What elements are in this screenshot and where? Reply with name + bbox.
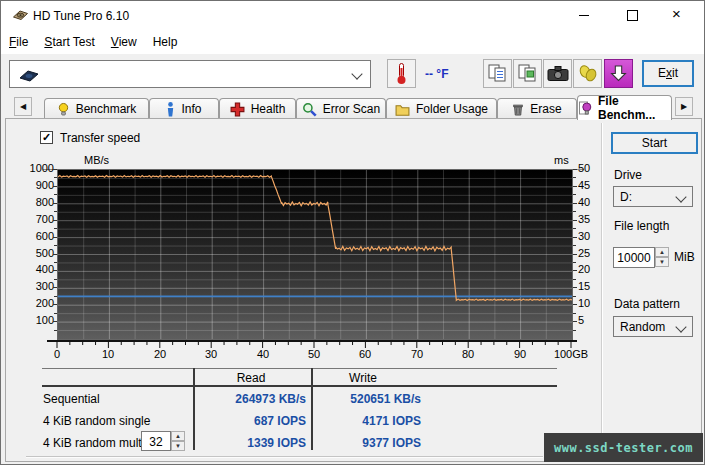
tab-label: Info <box>181 102 201 116</box>
x-axis-tick-label: 0 <box>35 348 79 360</box>
red-cross-icon <box>230 102 245 117</box>
y-left-tick-label: 200 <box>14 297 54 309</box>
bulb-yellow-icon <box>57 102 70 117</box>
y-right-unit-label: ms <box>554 154 569 166</box>
menu-view[interactable]: View <box>103 31 145 53</box>
tab-health[interactable]: Health <box>219 98 296 119</box>
menu-bar: FileStart TestViewHelp <box>1 31 704 54</box>
info-figure-icon <box>166 102 175 117</box>
chevron-down-icon <box>351 68 362 79</box>
tab-benchmark[interactable]: Benchmark <box>44 98 149 119</box>
drive-label: Drive <box>614 168 642 182</box>
stepper-down-icon[interactable]: ▼ <box>655 257 669 267</box>
row-label-random-multi: 4 KiB random multi <box>43 436 144 450</box>
y-left-tick-label: 600 <box>14 230 54 242</box>
write-column-header: Write <box>328 371 398 385</box>
data-pattern-value: Random <box>620 320 665 334</box>
tab-error-scan[interactable]: Error Scan <box>296 98 386 119</box>
y-left-tick-label: 1000 <box>14 162 54 174</box>
tab-label: Error Scan <box>323 102 380 116</box>
tab-scroll-right-button[interactable]: ▶ <box>675 97 693 116</box>
y-left-tick-label: 400 <box>14 263 54 275</box>
bottom-divider <box>26 456 543 458</box>
bulb-purple-icon <box>578 101 592 116</box>
tab-label: Erase <box>530 102 561 116</box>
queue-depth-input[interactable]: 32 <box>141 431 171 451</box>
y-left-tick-label: 900 <box>14 179 54 191</box>
minimize-button[interactable] <box>579 15 589 16</box>
menu-help[interactable]: Help <box>145 31 186 53</box>
x-axis-tick-label: 50 <box>292 348 336 360</box>
hd-tune-window: HD Tune Pro 6.10 × FileStart TestViewHel… <box>0 0 705 465</box>
tab-file-benchm[interactable]: File Benchm... <box>577 95 672 120</box>
title-bar: HD Tune Pro 6.10 × <box>1 1 704 31</box>
x-axis-tick-label: 80 <box>446 348 490 360</box>
tab-folder-usage[interactable]: Folder Usage <box>386 98 497 119</box>
x-axis-tick-label: 90 <box>498 348 542 360</box>
chevron-down-icon <box>675 321 686 332</box>
tab-erase[interactable]: Erase <box>497 98 577 119</box>
temperature-readout: -- °F <box>425 67 448 81</box>
x-axis-ticks <box>47 340 577 348</box>
data-pattern-select[interactable]: Random <box>613 316 693 337</box>
y-left-unit-label: MB/s <box>84 154 109 166</box>
exit-button[interactable]: Exit <box>642 60 694 87</box>
x-axis-tick-label: 100GB <box>549 348 593 360</box>
y-left-tick-label: 300 <box>14 280 54 292</box>
random-multi-write-value: 9377 IOPS <box>318 436 421 450</box>
trash-icon <box>512 102 524 117</box>
folder-icon <box>395 103 410 116</box>
save-button[interactable] <box>604 59 633 88</box>
tab-info[interactable]: Info <box>149 98 219 119</box>
file-length-label: File length <box>614 219 669 233</box>
magnifier-icon <box>302 102 317 117</box>
transfer-speed-label: Transfer speed <box>60 131 140 145</box>
random-multi-read-value: 1339 IOPS <box>204 436 306 450</box>
x-axis-tick-label: 30 <box>189 348 233 360</box>
sequential-write-value: 520651 KB/s <box>318 392 421 406</box>
copy-text-button[interactable] <box>483 59 512 88</box>
row-label-random-single: 4 KiB random single <box>43 414 150 428</box>
tab-scroll-left-button[interactable]: ◀ <box>14 97 32 116</box>
maximize-button[interactable] <box>627 10 638 21</box>
transfer-speed-checkbox[interactable]: ✓ <box>40 131 53 144</box>
file-benchmark-page: ✓ Transfer speed MB/s ms 100090080070060… <box>5 118 702 462</box>
x-axis-tick-label: 60 <box>343 348 387 360</box>
screenshot-button[interactable] <box>543 59 572 88</box>
tab-bar: ◀ BenchmarkInfoHealthError ScanFolder Us… <box>1 94 704 119</box>
donate-button[interactable] <box>573 59 602 88</box>
copy-image-button[interactable] <box>513 59 542 88</box>
ssd-drive-icon <box>18 69 40 85</box>
camera-icon <box>547 65 569 82</box>
tab-label: Benchmark <box>76 102 137 116</box>
x-axis-tick-label: 40 <box>241 348 285 360</box>
start-button[interactable]: Start <box>611 132 698 154</box>
data-pattern-label: Data pattern <box>614 297 680 311</box>
stepper-up-icon[interactable]: ▲ <box>171 431 185 441</box>
queue-depth-stepper[interactable]: ▲ ▼ <box>171 431 185 451</box>
menu-file[interactable]: File <box>1 31 36 53</box>
x-axis-tick-label: 20 <box>138 348 182 360</box>
menu-start-test[interactable]: Start Test <box>36 31 102 53</box>
chevron-down-icon <box>675 191 686 202</box>
y-left-tick-label: 500 <box>14 247 54 259</box>
y-left-tick-label: 700 <box>14 213 54 225</box>
x-axis-tick-label: 10 <box>86 348 130 360</box>
arrow-left-icon: ◀ <box>20 102 26 111</box>
window-title: HD Tune Pro 6.10 <box>33 9 129 23</box>
stepper-down-icon[interactable]: ▼ <box>171 441 185 451</box>
toolbar: -- °F Exit <box>1 54 704 94</box>
thermometer-icon <box>396 62 407 85</box>
temperature-button[interactable] <box>387 59 416 88</box>
tab-label: Health <box>251 102 286 116</box>
stepper-up-icon[interactable]: ▲ <box>655 247 669 257</box>
drive-selector-combobox[interactable] <box>9 60 371 88</box>
file-length-input[interactable]: 10000 <box>613 247 655 268</box>
y-left-tick-label: 800 <box>14 196 54 208</box>
drive-select-value: D: <box>620 190 632 204</box>
sequential-read-value: 264973 KB/s <box>204 392 306 406</box>
copy-image-icon <box>517 63 538 84</box>
file-length-stepper[interactable]: ▲ ▼ <box>655 247 669 267</box>
close-button[interactable]: × <box>672 5 681 22</box>
drive-select[interactable]: D: <box>613 186 693 207</box>
